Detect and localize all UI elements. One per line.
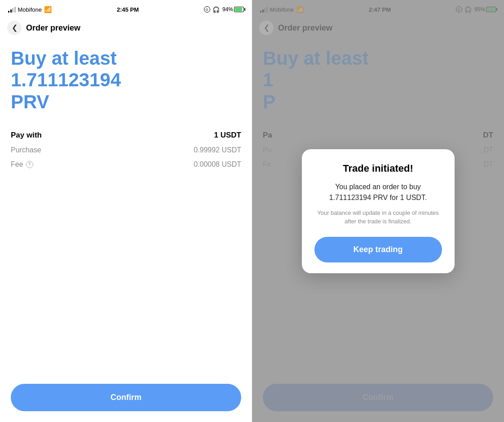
modal-note: Your balance will update in a couple of …: [314, 209, 442, 226]
page-title-left: Order preview: [26, 23, 80, 33]
fee-row: Fee ? 0.00008 USDT: [11, 160, 241, 169]
battery-fill-left: [235, 8, 242, 11]
fee-info-icon[interactable]: ?: [26, 161, 33, 168]
purchase-label: Purchase: [11, 146, 41, 154]
pay-with-row: Pay with 1 USDT: [11, 131, 241, 140]
keep-trading-button[interactable]: Keep trading: [314, 237, 442, 262]
confirm-button-left[interactable]: Confirm: [11, 384, 241, 411]
wifi-icon-left: 📶: [44, 6, 52, 13]
fee-label: Fee ?: [11, 160, 33, 169]
content-left: Buy at least 1.711123194 PRV Pay with 1 …: [0, 40, 252, 422]
purchase-value: 0.99992 USDT: [194, 146, 241, 154]
right-phone-panel: Mobifone 📶 2:47 PM ⊙ 🎧 95% ❮ Order previ…: [252, 0, 504, 422]
page-header-left: ❮ Order preview: [0, 17, 252, 40]
battery-icon-left: [234, 7, 244, 12]
battery-left: 94%: [222, 6, 244, 13]
back-button-left[interactable]: ❮: [7, 21, 22, 35]
battery-pct-left: 94%: [222, 6, 233, 13]
purchase-row: Purchase 0.99992 USDT: [11, 146, 241, 154]
back-chevron-icon-left: ❮: [12, 24, 18, 31]
modal-body: You placed an order to buy 1.711123194 P…: [314, 182, 442, 203]
signal-icon: [8, 7, 16, 13]
clock-icon-left: ⊙: [204, 6, 210, 13]
details-section-left: Pay with 1 USDT Purchase 0.99992 USDT Fe…: [11, 131, 241, 169]
pay-with-value: 1 USDT: [214, 131, 241, 140]
carrier-left: Mobifone: [18, 6, 42, 13]
modal-title: Trade initiated!: [314, 163, 442, 174]
trade-initiated-modal: Trade initiated! You placed an order to …: [302, 149, 455, 273]
buy-heading-left: Buy at least 1.711123194 PRV: [11, 48, 241, 113]
status-left: Mobifone 📶: [8, 6, 52, 13]
status-right-left: ⊙ 🎧 94%: [204, 6, 244, 13]
time-left: 2:45 PM: [117, 6, 139, 13]
fee-value: 0.00008 USDT: [194, 160, 241, 169]
headphones-icon-left: 🎧: [212, 6, 220, 13]
left-phone-panel: Mobifone 📶 2:45 PM ⊙ 🎧 94% ❮ Order previ…: [0, 0, 252, 422]
pay-with-label: Pay with: [11, 131, 42, 140]
status-bar-left: Mobifone 📶 2:45 PM ⊙ 🎧 94%: [0, 0, 252, 17]
modal-overlay: Trade initiated! You placed an order to …: [252, 0, 504, 422]
